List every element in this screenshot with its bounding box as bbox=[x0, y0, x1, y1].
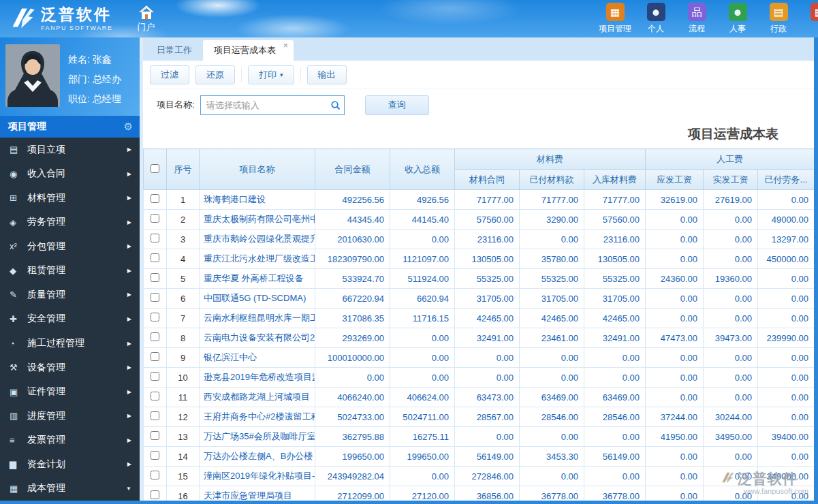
sidebar-item-safety[interactable]: ✚安全管理▶ bbox=[0, 307, 140, 332]
sidebar-item-material[interactable]: ⊞材料管理▶ bbox=[0, 186, 140, 210]
sidebar-item-cost[interactable]: ▦成本管理▼ bbox=[0, 476, 140, 501]
row-checkbox[interactable] bbox=[151, 352, 159, 361]
row-checkbox[interactable] bbox=[151, 313, 159, 321]
project-name-link[interactable]: 珠海鹤港口建设 bbox=[200, 190, 315, 210]
row-checkbox[interactable] bbox=[151, 490, 159, 499]
project-name-link[interactable]: 中国联通5G (TD-SCDMA) bbox=[200, 289, 315, 309]
amount-cell: 0.00 bbox=[646, 249, 704, 269]
project-name-link[interactable]: 重庆太极制药有限公司亳州中药 bbox=[200, 210, 315, 230]
project-name-link[interactable]: 云南电力设备安装有限公司2期 bbox=[200, 328, 315, 348]
tab-label: 项目运营成本表 bbox=[214, 44, 276, 57]
sidebar-item-construction-process[interactable]: ◔施工过程管理▶ bbox=[0, 331, 140, 356]
chevron-right-icon: ▶ bbox=[127, 219, 131, 225]
restore-button[interactable]: 还原 bbox=[195, 65, 235, 84]
row-checkbox[interactable] bbox=[151, 451, 159, 460]
col-header-salary-paid[interactable]: 实发工资 bbox=[704, 170, 758, 190]
project-name-link[interactable]: 重庆市鹅岭公园绿化景观提升工程 bbox=[200, 230, 315, 249]
sidebar-item-project-initiation[interactable]: ▤项目立项▶ bbox=[0, 138, 140, 162]
project-name-link[interactable]: 银亿滨江中心 bbox=[200, 348, 315, 368]
sidebar-item-fund-plan[interactable]: ▆资金计划▶ bbox=[0, 452, 140, 477]
tab-project-cost-table[interactable]: 项目运营成本表 × bbox=[203, 40, 294, 61]
col-header-material-paid[interactable]: 已付材料款 bbox=[520, 170, 584, 190]
amount-cell: 0.00 bbox=[758, 269, 815, 289]
col-header-seq[interactable]: 序号 bbox=[167, 149, 200, 190]
row-checkbox[interactable] bbox=[151, 392, 159, 400]
amount-cell: 0.00 bbox=[704, 467, 758, 486]
project-name-link[interactable]: 潼南区2019年绿化补贴项目-绿化 bbox=[200, 467, 315, 486]
project-name-link[interactable]: 重庆华夏 外高桥工程设备 bbox=[200, 269, 315, 289]
sidebar-item-certificate[interactable]: ▣证件管理▶ bbox=[0, 379, 140, 404]
amount-cell: 39400.00 bbox=[758, 427, 815, 447]
row-checkbox[interactable] bbox=[151, 194, 159, 203]
vertical-scrollbar[interactable] bbox=[814, 37, 818, 504]
chevron-right-icon: ▶ bbox=[127, 195, 131, 201]
project-name-input[interactable] bbox=[201, 100, 344, 110]
row-checkbox[interactable] bbox=[151, 431, 159, 440]
col-header-material-stocked[interactable]: 入库材料费 bbox=[584, 170, 646, 190]
project-name-link[interactable]: 重庆江北污水处理厂级改造工程 bbox=[200, 249, 315, 269]
amount-cell: 0.00 bbox=[520, 368, 584, 388]
search-icon[interactable] bbox=[330, 100, 341, 113]
horizontal-scrollbar[interactable] bbox=[0, 501, 818, 504]
filter-button[interactable]: 过滤 bbox=[150, 65, 189, 84]
col-header-material-contract[interactable]: 材料合同 bbox=[455, 170, 520, 190]
sidebar-item-lease[interactable]: ◆租赁管理▶ bbox=[0, 259, 140, 283]
row-checkbox[interactable] bbox=[151, 411, 159, 420]
sidebar-item-labor[interactable]: ◈劳务管理▶ bbox=[0, 210, 140, 235]
top-nav-item-more[interactable]: ▦ bbox=[803, 3, 818, 35]
amount-cell: 0.00 bbox=[390, 348, 455, 368]
project-name-link[interactable]: 万达办公楼左侧A、B办公楼 bbox=[200, 447, 315, 467]
sidebar-item-label: 安全管理 bbox=[27, 313, 127, 325]
top-nav-item-workflow[interactable]: 品流程 bbox=[680, 3, 713, 35]
nav-portal[interactable]: 门户 bbox=[138, 5, 155, 33]
amount-cell: 0.00 bbox=[758, 486, 815, 501]
top-nav-item-admin[interactable]: ▤行政 bbox=[762, 3, 795, 35]
top-nav-label: 个人 bbox=[648, 23, 664, 35]
sidebar-item-label: 发票管理 bbox=[27, 434, 127, 446]
row-seq: 6 bbox=[167, 289, 200, 309]
col-header-contract-amount[interactable]: 合同金额 bbox=[315, 149, 390, 190]
project-name-link[interactable]: 逊克县2019年危桥改造项目监理 bbox=[200, 368, 315, 388]
gear-icon[interactable]: ⚙ bbox=[124, 121, 133, 133]
amount-cell: 0.00 bbox=[758, 348, 815, 368]
project-name-link[interactable]: 西安成都路龙湖上河城项目 bbox=[200, 388, 315, 407]
close-icon[interactable]: × bbox=[283, 41, 288, 50]
project-name-link[interactable]: 万达广场35#会所及咖啡厅室内 bbox=[200, 427, 315, 447]
top-nav-item-project-management[interactable]: ▦项目管理 bbox=[599, 3, 631, 35]
top-nav-item-hr[interactable]: ☻人事 bbox=[721, 3, 754, 35]
amount-cell: 0.00 bbox=[758, 190, 815, 210]
sidebar-item-invoice[interactable]: ≡发票管理▶ bbox=[0, 428, 140, 452]
tab-daily-work[interactable]: 日常工作 bbox=[146, 40, 203, 61]
row-checkbox[interactable] bbox=[151, 253, 159, 262]
amount-cell: 13297.00 bbox=[758, 230, 815, 249]
amount-cell: 492256.56 bbox=[315, 190, 390, 210]
top-nav-item-personal[interactable]: ☻个人 bbox=[640, 3, 672, 35]
amount-cell: 0.00 bbox=[455, 427, 520, 447]
row-checkbox[interactable] bbox=[151, 214, 159, 223]
select-all-checkbox[interactable] bbox=[151, 164, 159, 173]
project-name-link[interactable]: 王府井商务中心#2楼遗留工程 bbox=[200, 407, 315, 427]
sidebar-item-label: 施工过程管理 bbox=[27, 337, 127, 349]
row-checkbox[interactable] bbox=[151, 273, 159, 282]
sidebar-item-equipment[interactable]: ⚒设备管理▶ bbox=[0, 356, 140, 380]
sidebar-item-subcontract[interactable]: x²分包管理▶ bbox=[0, 234, 140, 259]
col-header-labor-paid[interactable]: 已付劳务... bbox=[758, 170, 815, 190]
row-checkbox[interactable] bbox=[151, 372, 159, 381]
row-checkbox[interactable] bbox=[151, 293, 159, 302]
sidebar-item-income-contract[interactable]: ◉收入合同▶ bbox=[0, 162, 140, 187]
project-name-link[interactable]: 云南水利枢纽昆明水库一期工程 bbox=[200, 309, 315, 328]
col-header-salary-due[interactable]: 应发工资 bbox=[646, 170, 704, 190]
sidebar-item-progress[interactable]: ▥进度管理▶ bbox=[0, 404, 140, 428]
export-button[interactable]: 输出 bbox=[307, 65, 347, 84]
query-button[interactable]: 查询 bbox=[365, 95, 429, 115]
amount-cell: 0.00 bbox=[646, 467, 704, 486]
row-checkbox[interactable] bbox=[151, 332, 159, 341]
sidebar-item-quality[interactable]: ✎质量管理▶ bbox=[0, 283, 140, 307]
col-header-income-total[interactable]: 收入总额 bbox=[390, 149, 455, 190]
print-button[interactable]: 打印▾ bbox=[248, 65, 294, 84]
row-checkbox[interactable] bbox=[151, 234, 159, 242]
row-seq: 16 bbox=[167, 486, 200, 501]
col-header-project-name[interactable]: 项目名称 bbox=[200, 149, 315, 190]
project-name-link[interactable]: 天津市应急管理局项目 bbox=[200, 486, 315, 501]
row-checkbox[interactable] bbox=[151, 471, 159, 479]
